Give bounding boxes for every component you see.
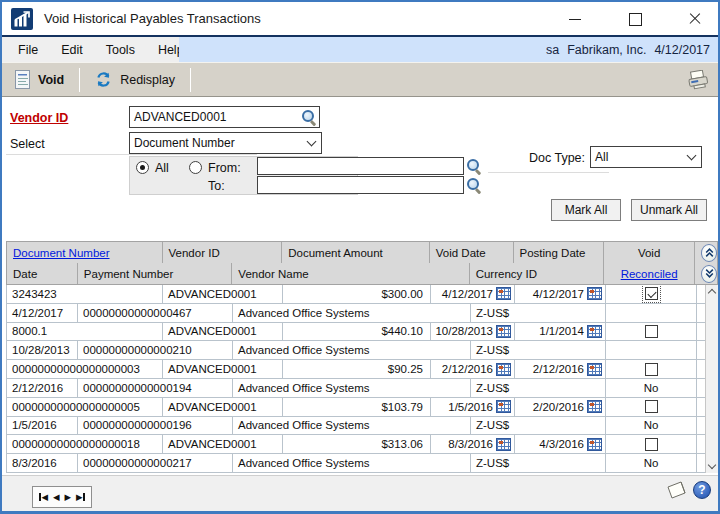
minimize-button[interactable] — [568, 12, 582, 26]
first-record-button[interactable]: ◀ — [39, 492, 48, 502]
range-from-input[interactable] — [257, 157, 464, 175]
calendar-icon[interactable] — [587, 438, 602, 451]
cell-posting-date[interactable]: 2/20/2016 — [533, 401, 584, 413]
cell-document-number[interactable]: 00000000000000000005 — [7, 398, 163, 416]
calendar-icon[interactable] — [496, 400, 511, 413]
table-row-master[interactable]: 00000000000000000003 ADVANCED0001 $90.25… — [7, 360, 717, 379]
cell-vendor-id[interactable]: ADVANCED0001 — [163, 360, 283, 378]
cell-reconciled[interactable]: No — [606, 417, 697, 435]
void-checkbox[interactable] — [645, 438, 658, 451]
select-dropdown[interactable]: Document Number — [129, 132, 322, 154]
cell-void-date[interactable]: 8/3/2016 — [448, 438, 493, 450]
cell-document-number[interactable]: 8000.1 — [7, 323, 163, 341]
vertical-scrollbar[interactable] — [705, 285, 718, 473]
calendar-icon[interactable] — [587, 363, 602, 376]
calendar-icon[interactable] — [587, 325, 602, 338]
cell-vendor-name[interactable]: Advanced Office Systems — [233, 379, 471, 397]
note-icon[interactable] — [664, 479, 688, 501]
cell-void-date[interactable]: 10/28/2013 — [435, 325, 493, 337]
redisplay-button[interactable]: Redisplay — [89, 68, 181, 91]
to-lookup-icon[interactable] — [465, 176, 483, 194]
help-icon[interactable]: ? — [693, 481, 711, 499]
table-row-master[interactable]: 00000000000000000005 ADVANCED0001 $103.7… — [7, 398, 717, 417]
previous-record-button[interactable]: ◀ — [53, 492, 60, 502]
table-row-master[interactable]: 8000.1 ADVANCED0001 $440.10 10/28/2013 1… — [7, 323, 717, 342]
range-to-input[interactable] — [257, 176, 464, 194]
menu-file[interactable]: File — [18, 43, 38, 57]
void-checkbox[interactable] — [645, 400, 658, 413]
calendar-icon[interactable] — [496, 287, 511, 300]
doc-type-dropdown[interactable]: All — [590, 146, 702, 168]
cell-date[interactable]: 2/12/2016 — [7, 379, 78, 397]
menu-edit[interactable]: Edit — [61, 43, 83, 57]
cell-void-date[interactable]: 4/12/2017 — [442, 288, 493, 300]
from-lookup-icon[interactable] — [465, 157, 483, 175]
cell-currency-id[interactable]: Z-US$ — [471, 417, 606, 435]
cell-payment-number[interactable]: 00000000000000196 — [78, 417, 233, 435]
range-from-radio[interactable] — [189, 161, 202, 174]
calendar-icon[interactable] — [496, 438, 511, 451]
calendar-icon[interactable] — [496, 325, 511, 338]
table-row-detail[interactable]: 10/28/2013 00000000000000210 Advanced Of… — [7, 341, 717, 360]
cell-vendor-name[interactable]: Advanced Office Systems — [233, 341, 471, 359]
cell-reconciled[interactable]: No — [606, 379, 697, 397]
cell-void-date[interactable]: 1/5/2016 — [448, 401, 493, 413]
cell-posting-date[interactable]: 1/1/2014 — [539, 325, 584, 337]
cell-document-number[interactable]: 00000000000000000003 — [7, 360, 163, 378]
scroll-up-icon[interactable] — [708, 289, 716, 297]
cell-posting-date[interactable]: 4/12/2017 — [533, 288, 584, 300]
cell-vendor-id[interactable]: ADVANCED0001 — [163, 435, 283, 453]
cell-void-date[interactable]: 2/12/2016 — [442, 363, 493, 375]
last-record-button[interactable]: ▶ — [76, 492, 85, 502]
cell-payment-number[interactable]: 00000000000000217 — [78, 454, 233, 472]
cell-reconciled[interactable] — [606, 341, 697, 359]
table-row-detail[interactable]: 1/5/2016 00000000000000196 Advanced Offi… — [7, 417, 717, 436]
cell-payment-number[interactable]: 00000000000000194 — [78, 379, 233, 397]
table-row-master[interactable]: 3243423 ADVANCED0001 $300.00 4/12/2017 4… — [7, 285, 717, 304]
cell-currency-id[interactable]: Z-US$ — [471, 341, 606, 359]
cell-currency-id[interactable]: Z-US$ — [471, 304, 606, 322]
table-row-master[interactable]: 00000000000000000018 ADVANCED0001 $313.0… — [7, 435, 717, 454]
scroll-down-icon[interactable] — [708, 461, 716, 469]
cell-payment-number[interactable]: 00000000000000467 — [78, 304, 233, 322]
header-document-number[interactable]: Document Number — [13, 247, 110, 259]
cell-vendor-id[interactable]: ADVANCED0001 — [163, 285, 283, 303]
void-checkbox[interactable] — [645, 363, 658, 376]
void-checkbox[interactable] — [645, 287, 658, 300]
header-reconciled[interactable]: Reconciled — [621, 268, 678, 280]
range-all-radio[interactable] — [136, 161, 149, 174]
cell-vendor-id[interactable]: ADVANCED0001 — [163, 398, 283, 416]
cell-document-amount[interactable]: $440.10 — [283, 323, 431, 341]
cell-vendor-name[interactable]: Advanced Office Systems — [233, 454, 471, 472]
table-row-detail[interactable]: 8/3/2016 00000000000000217 Advanced Offi… — [7, 454, 717, 473]
menu-tools[interactable]: Tools — [106, 43, 135, 57]
vendor-lookup-icon[interactable] — [300, 108, 318, 126]
mark-all-button[interactable]: Mark All — [551, 199, 621, 221]
cell-posting-date[interactable]: 4/3/2016 — [539, 438, 584, 450]
cell-date[interactable]: 4/12/2017 — [7, 304, 78, 322]
cell-document-number[interactable]: 00000000000000000018 — [7, 435, 163, 453]
cell-vendor-id[interactable]: ADVANCED0001 — [163, 323, 283, 341]
void-checkbox[interactable] — [645, 325, 658, 338]
cell-document-number[interactable]: 3243423 — [7, 285, 163, 303]
cell-document-amount[interactable]: $300.00 — [283, 285, 431, 303]
close-button[interactable] — [688, 12, 702, 26]
calendar-icon[interactable] — [496, 363, 511, 376]
table-row-detail[interactable]: 4/12/2017 00000000000000467 Advanced Off… — [7, 304, 717, 323]
vendor-id-field[interactable]: ADVANCED0001 — [129, 106, 320, 128]
cell-document-amount[interactable]: $90.25 — [283, 360, 431, 378]
collapse-rows-button[interactable] — [701, 244, 717, 262]
cell-posting-date[interactable]: 2/12/2016 — [533, 363, 584, 375]
cell-date[interactable]: 10/28/2013 — [7, 341, 78, 359]
cell-payment-number[interactable]: 00000000000000210 — [78, 341, 233, 359]
table-row-detail[interactable]: 2/12/2016 00000000000000194 Advanced Off… — [7, 379, 717, 398]
expand-rows-button[interactable] — [701, 265, 717, 283]
cell-document-amount[interactable]: $313.06 — [283, 435, 431, 453]
next-record-button[interactable]: ▶ — [64, 492, 71, 502]
cell-reconciled[interactable] — [606, 304, 697, 322]
print-icon[interactable] — [686, 70, 710, 90]
cell-reconciled[interactable]: No — [606, 454, 697, 472]
cell-vendor-name[interactable]: Advanced Office Systems — [233, 417, 471, 435]
void-button[interactable]: Void — [9, 67, 70, 92]
cell-currency-id[interactable]: Z-US$ — [471, 379, 606, 397]
